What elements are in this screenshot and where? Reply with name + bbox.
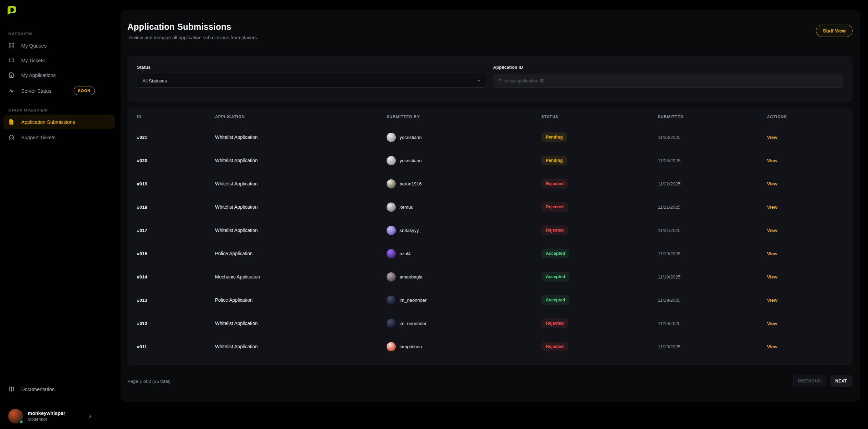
application-name: Whitelist Application: [215, 228, 387, 233]
submitter-username: im_neonrider: [400, 321, 427, 326]
page-heading-block: Application Submissions Review and manag…: [127, 22, 257, 40]
application-name: Whitelist Application: [215, 158, 387, 163]
submitted-date: 11/23/2025: [658, 158, 767, 163]
user-card[interactable]: monkeywhisper Moderator: [0, 405, 118, 429]
sidebar-item-my-tickets[interactable]: My Tickets: [0, 53, 118, 68]
table-row: #011 Whitelist Application iampitchou Re…: [137, 335, 843, 358]
status-cell: Rejected: [541, 318, 658, 328]
column-header-submitted-by: SUBMITTED BY: [387, 115, 541, 119]
status-cell: Accepted: [541, 295, 658, 305]
sidebar-nav: OVERVIEWMy QueuesMy TicketsMy Applicatio…: [0, 32, 118, 154]
submission-id: #020: [137, 158, 215, 163]
online-status-dot: [19, 420, 23, 424]
queues-grid-icon: [8, 42, 15, 49]
staff-view-button[interactable]: Staff View: [816, 25, 853, 37]
table-row: #012 Whitelist Application im_neonrider …: [137, 312, 843, 335]
submitted-by-cell: yocristiann: [387, 133, 541, 142]
status-badge: Pending: [541, 132, 567, 142]
chevron-down-icon: [477, 78, 481, 83]
submitter-username: azul4: [400, 251, 411, 256]
submitted-date: 11/21/2025: [658, 228, 767, 233]
nav-section-staff-overview: STAFF OVERVIEWApplication SubmissionsSup…: [0, 108, 118, 145]
user-avatar: [8, 409, 23, 424]
column-header-id: ID: [137, 115, 215, 119]
book-icon: [8, 386, 15, 392]
submission-id: #018: [137, 205, 215, 210]
page-title: Application Submissions: [127, 22, 257, 32]
view-link[interactable]: View: [767, 228, 843, 233]
status-filter: Status All Statuses: [137, 65, 487, 94]
chevron-right-icon[interactable]: [88, 414, 93, 419]
activity-icon: [8, 88, 15, 94]
application-name: Whitelist Application: [215, 344, 387, 349]
table-row: #017 Whitelist Application sn3akyyy_ Rej…: [137, 219, 843, 242]
table-row: #021 Whitelist Application yocristiann P…: [137, 126, 843, 149]
submitter-avatar: [387, 342, 396, 351]
status-badge: Rejected: [541, 342, 568, 352]
sidebar-item-server-status[interactable]: Server StatusSOON: [0, 82, 118, 99]
pagination-buttons: PREVIOUS NEXT: [793, 375, 853, 387]
nav-section-label: OVERVIEW: [0, 32, 118, 36]
submission-id: #021: [137, 135, 215, 140]
status-badge: Accepted: [541, 295, 569, 305]
sidebar: OVERVIEWMy QueuesMy TicketsMy Applicatio…: [0, 0, 118, 429]
table-body: #021 Whitelist Application yocristiann P…: [137, 126, 843, 358]
submitted-by-cell: azul4: [387, 249, 541, 258]
sidebar-spacer: [0, 154, 118, 382]
submitted-by-cell: yocristiann: [387, 156, 541, 165]
status-cell: Rejected: [541, 225, 658, 235]
submitted-date: 11/19/2025: [658, 321, 767, 326]
next-page-button[interactable]: NEXT: [830, 375, 853, 387]
submitter-avatar: [387, 249, 396, 258]
document-icon: [8, 72, 15, 78]
view-link[interactable]: View: [767, 135, 843, 140]
view-link[interactable]: View: [767, 321, 843, 326]
nav-section-overview: OVERVIEWMy QueuesMy TicketsMy Applicatio…: [0, 32, 118, 99]
submitter-username: sn3akyyy_: [400, 228, 422, 233]
status-cell: Rejected: [541, 202, 658, 212]
view-link[interactable]: View: [767, 158, 843, 163]
submitter-username: iampitchou: [400, 344, 422, 349]
view-link[interactable]: View: [767, 251, 843, 256]
user-info: monkeywhisper Moderator: [28, 411, 65, 422]
column-header-actions: ACTIONS: [767, 115, 843, 119]
application-id-filter: Application ID: [493, 65, 843, 94]
submitted-date: 11/21/2025: [658, 205, 767, 210]
app-root: OVERVIEWMy QueuesMy TicketsMy Applicatio…: [0, 0, 868, 429]
submitted-by-cell: im_neonrider: [387, 319, 541, 328]
column-header-status: STATUS: [541, 115, 658, 119]
submitted-date: 11/22/2025: [658, 181, 767, 186]
previous-page-button[interactable]: PREVIOUS: [793, 375, 827, 387]
status-badge: Accepted: [541, 249, 569, 259]
view-link[interactable]: View: [767, 344, 843, 349]
sidebar-item-label: My Queues: [21, 43, 47, 49]
application-name: Whitelist Application: [215, 181, 387, 186]
submitted-by-cell: im_neonrider: [387, 296, 541, 305]
sidebar-item-application-submissions[interactable]: Application Submissions: [3, 115, 115, 129]
status-badge: Accepted: [541, 272, 569, 282]
sidebar-item-my-applications[interactable]: My Applications: [0, 68, 118, 82]
submitted-date: 11/19/2025: [658, 251, 767, 256]
submitter-username: amanbagla: [400, 274, 423, 280]
view-link[interactable]: View: [767, 274, 843, 280]
sidebar-item-documentation[interactable]: Documentation: [0, 382, 118, 396]
status-cell: Accepted: [541, 249, 658, 259]
application-name: Mechanic Application: [215, 274, 387, 280]
column-header-submitted: SUBMITTED: [658, 115, 767, 119]
application-id-input[interactable]: [493, 74, 843, 88]
application-id-filter-label: Application ID: [493, 65, 843, 70]
sidebar-item-my-queues[interactable]: My Queues: [0, 38, 118, 53]
app-logo[interactable]: [0, 5, 118, 15]
view-link[interactable]: View: [767, 205, 843, 210]
view-link[interactable]: View: [767, 181, 843, 186]
application-name: Whitelist Application: [215, 204, 387, 210]
submitter-avatar: [387, 179, 396, 188]
table-row: #014 Mechanic Application amanbagla Acce…: [137, 265, 843, 288]
sidebar-item-label: Support Tickets: [21, 135, 55, 140]
submitted-date: 11/19/2025: [658, 344, 767, 349]
status-select[interactable]: All Statuses: [137, 74, 487, 88]
submissions-table: IDAPPLICATIONSUBMITTED BYSTATUSSUBMITTED…: [127, 107, 853, 365]
sidebar-item-support-tickets[interactable]: Support Tickets: [0, 130, 118, 145]
pagination-summary: Page 1 of 2 (15 total): [127, 379, 171, 384]
view-link[interactable]: View: [767, 298, 843, 303]
